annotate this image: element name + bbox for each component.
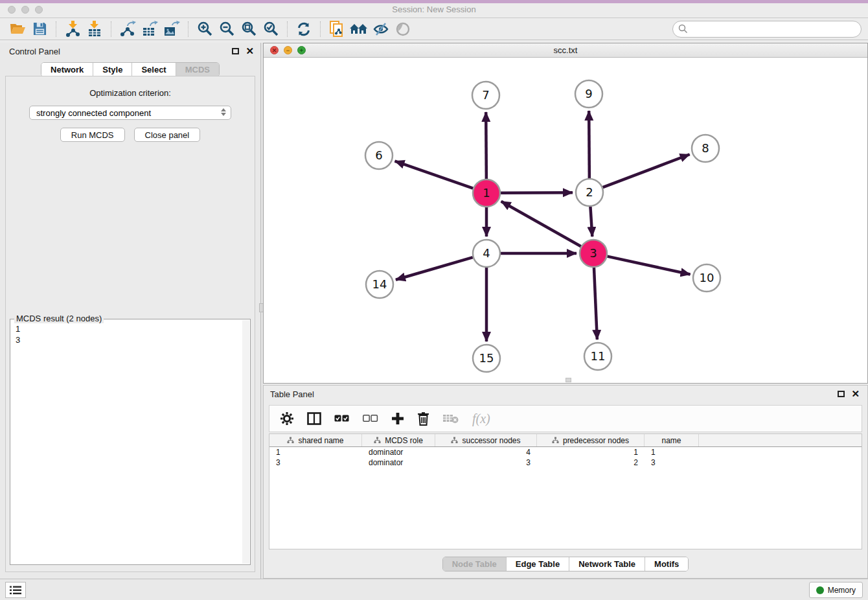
tab-node-table[interactable]: Node Table [443, 557, 507, 571]
table-row[interactable]: 3 dominator 3 2 3 [269, 457, 862, 468]
tab-edge-table[interactable]: Edge Table [507, 557, 569, 571]
graph-edge-2-9[interactable] [589, 111, 589, 178]
graph-edge-2-3[interactable] [590, 207, 592, 237]
function-builder-button[interactable]: f(x) [472, 411, 490, 426]
close-panel-button[interactable]: Close panel [134, 128, 201, 142]
open-session-icon [10, 22, 26, 36]
network-window-titlebar[interactable]: ✕ − + scc.txt [264, 43, 867, 58]
result-scrollbar[interactable] [242, 320, 249, 564]
first-neighbors-icon [349, 22, 369, 36]
split-panel-button[interactable] [307, 412, 321, 425]
toolbar-separator [287, 21, 288, 37]
tab-mcds[interactable]: MCDS [176, 63, 219, 76]
search-icon [678, 24, 688, 34]
table-row[interactable]: 1 dominator 4 1 1 [269, 447, 862, 457]
graph-edge-1-7[interactable] [486, 112, 486, 179]
new-network-from-selection-button[interactable] [327, 19, 347, 39]
graph-edge-1-2[interactable] [501, 192, 573, 193]
graph-edge-3-11[interactable] [594, 268, 597, 340]
zoom-fit-icon [241, 21, 257, 37]
search-input[interactable] [672, 21, 862, 38]
first-neighbors-button[interactable] [349, 19, 369, 39]
close-panel-icon[interactable]: ✕ [246, 48, 254, 54]
close-table-panel-icon[interactable]: ✕ [851, 391, 860, 397]
graph-edge-2-8[interactable] [603, 154, 690, 187]
deselect-all-button[interactable] [363, 415, 378, 422]
delete-column-button[interactable] [417, 411, 429, 426]
task-history-button[interactable] [5, 582, 26, 598]
export-image-icon [163, 21, 180, 37]
import-network-icon [64, 21, 81, 37]
column-header-mcds-role[interactable]: MCDS role [362, 434, 435, 446]
split-panel-icon [307, 412, 321, 425]
graph-edge-1-6[interactable] [395, 161, 474, 189]
network-canvas[interactable]: 7968124314101511 [264, 58, 867, 383]
toolbar-separator [111, 21, 111, 37]
toolbar-separator [56, 21, 56, 37]
add-column-button[interactable] [391, 412, 404, 425]
zoom-out-button[interactable] [217, 19, 236, 39]
cell-mcds-role: dominator [362, 448, 435, 457]
zoom-selected-button[interactable] [261, 19, 280, 39]
memory-status-icon [816, 586, 824, 594]
export-image-button[interactable] [162, 19, 181, 39]
mcds-result-item: 1 [16, 323, 249, 334]
column-header-successor-nodes[interactable]: successor nodes [435, 434, 537, 446]
network-window-title: scc.txt [264, 45, 867, 55]
graph-edge-4-14[interactable] [396, 257, 473, 280]
column-header-predecessor-nodes[interactable]: predecessor nodes [537, 434, 645, 446]
tab-select[interactable]: Select [132, 63, 176, 76]
hide-selection-button[interactable] [371, 19, 391, 39]
select-all-icon [334, 415, 350, 422]
refresh-button[interactable] [294, 19, 314, 39]
import-network-button[interactable] [63, 19, 82, 39]
tab-network-table[interactable]: Network Table [569, 557, 645, 571]
mcds-result-item: 3 [16, 334, 249, 345]
table-panel: Table Panel ✕ [263, 385, 868, 579]
export-network-button[interactable] [118, 19, 137, 39]
mcds-result-box: MCDS result (2 nodes) 1 3 [10, 319, 251, 565]
delete-table-icon [442, 413, 459, 424]
graph-node-label: 1 [483, 186, 490, 200]
save-session-button[interactable] [30, 19, 49, 39]
zoom-fit-button[interactable] [239, 19, 258, 39]
export-table-button[interactable] [140, 19, 159, 39]
table-panel-title: Table Panel [270, 389, 314, 399]
import-table-button[interactable] [85, 19, 104, 39]
column-header-shared-name[interactable]: shared name [269, 434, 362, 446]
graph-node-label: 8 [702, 141, 709, 155]
graph-node-label: 14 [372, 277, 387, 291]
memory-button[interactable]: Memory [809, 582, 863, 598]
network-graph: 7968124314101511 [264, 58, 867, 383]
float-table-panel-icon[interactable] [838, 391, 845, 397]
control-panel-header: Control Panel ✕ [0, 43, 260, 60]
list-icon [10, 586, 21, 595]
tab-style[interactable]: Style [93, 63, 132, 76]
column-label: shared name [298, 436, 343, 445]
cell-name: 1 [645, 448, 699, 457]
select-all-button[interactable] [334, 415, 350, 422]
tree-icon [287, 437, 294, 444]
node-table: shared name MCDS role successor nodes pr… [269, 433, 862, 549]
column-header-name[interactable]: name [645, 434, 699, 446]
graph-node-label: 15 [479, 351, 494, 365]
graph-edge-3-1[interactable] [501, 202, 581, 246]
zoom-in-button[interactable] [195, 19, 214, 39]
delete-table-button[interactable] [442, 413, 459, 424]
show-all-button[interactable] [393, 19, 413, 39]
tab-network[interactable]: Network [41, 63, 93, 76]
graph-edge-3-10[interactable] [607, 257, 690, 275]
graph-node-label: 3 [589, 246, 597, 260]
refresh-icon [296, 21, 312, 37]
mcds-panel: Optimization criterion: strongly connect… [5, 76, 255, 572]
float-panel-icon[interactable] [232, 48, 239, 54]
open-session-button[interactable] [8, 19, 27, 39]
cell-name: 3 [645, 458, 699, 467]
table-toolbar: f(x) [269, 405, 862, 432]
run-mcds-button[interactable]: Run MCDS [60, 128, 125, 142]
tab-motifs[interactable]: Motifs [645, 557, 688, 571]
zoom-selected-icon [263, 21, 279, 37]
canvas-resize-grip[interactable] [565, 378, 571, 382]
gear-button[interactable] [280, 411, 294, 426]
criterion-dropdown[interactable]: strongly connected component [29, 106, 231, 120]
